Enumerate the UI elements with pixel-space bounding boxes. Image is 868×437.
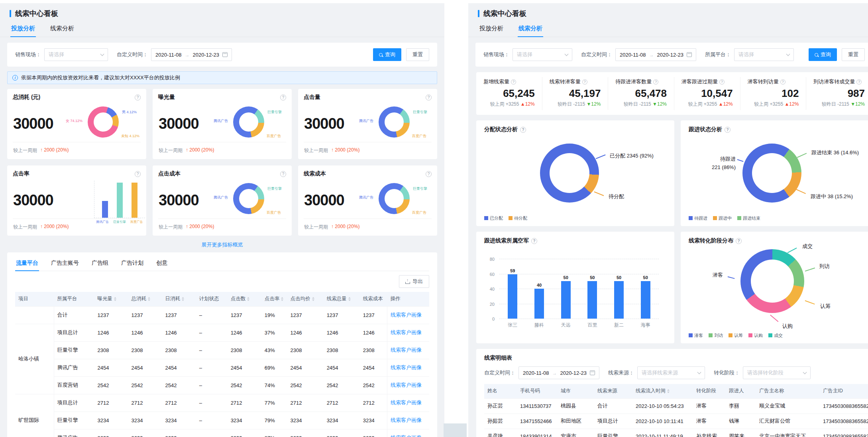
conversion-stage-card: 线索转化阶段分布 成交 到访 认筹 认购 潜客 潜客 到访 认筹 认购 成交 xyxy=(681,232,868,343)
lead-portrait-link[interactable]: 线索客户画像 xyxy=(391,364,422,370)
table-tab-traffic-platform[interactable]: 流量平台 xyxy=(15,256,39,271)
lead-portrait-link[interactable]: 线索客户画像 xyxy=(391,347,422,353)
lead-portrait-link[interactable]: 线索客户画像 xyxy=(391,417,422,423)
table-row: 旷世国际 项目总计271227122712–271277%27122712271… xyxy=(15,394,429,411)
question-circle-icon[interactable] xyxy=(582,79,587,85)
lead-portrait-link[interactable]: 线索客户画像 xyxy=(391,400,422,406)
bar-chart: 80 60 40 20 0 59 40 50 50 50 50 xyxy=(499,259,659,319)
question-circle-icon[interactable] xyxy=(280,171,286,177)
reset-button[interactable]: 重置 xyxy=(842,48,865,61)
query-button[interactable]: 查询 xyxy=(809,48,837,61)
question-circle-icon[interactable] xyxy=(511,79,516,85)
col-advertiser-name: 广告主名称 xyxy=(756,384,820,398)
table-tab-ad-plan[interactable]: 广告计划 xyxy=(120,256,144,271)
question-circle-icon[interactable] xyxy=(736,238,742,244)
legend-swatch xyxy=(768,333,772,337)
group-cell: 旷世国际 xyxy=(15,394,54,437)
platform-select[interactable]: 请选择 xyxy=(734,48,794,61)
metric-title: 总消耗 (元) xyxy=(13,94,40,101)
stat-prospect-to-visit: 潜客转到访量 102 较上周 +3255 ▲12% xyxy=(740,77,806,110)
col-lead-total: 线索总量 xyxy=(324,292,360,306)
group-cell-empty xyxy=(15,306,54,324)
stat-change-pct: ▼12% xyxy=(652,101,667,107)
platform-select-placeholder: 请选择 xyxy=(738,51,754,58)
question-circle-icon[interactable] xyxy=(135,94,141,100)
question-circle-icon[interactable] xyxy=(719,79,725,85)
sort-icon[interactable] xyxy=(312,297,314,301)
col-plan-status: 计划状态 xyxy=(196,292,228,306)
question-circle-icon[interactable] xyxy=(135,171,141,177)
question-circle-icon[interactable] xyxy=(531,238,537,244)
sort-icon[interactable] xyxy=(348,297,351,301)
reset-button[interactable]: 重置 xyxy=(406,48,429,61)
table-row: 腾讯广告245424542454–245469%245424542454 线索客… xyxy=(15,359,429,376)
metric-card-clicks: 点击量 30000 腾讯广告 巨量引擎 百度广告 较上一周期↑ 2000 (20… xyxy=(298,89,437,159)
question-circle-icon[interactable] xyxy=(780,79,786,85)
donut-label-deal: 成交 xyxy=(802,243,813,250)
scene-filter-label: 销售现场： xyxy=(483,51,509,58)
chart-legend: 潜客 到访 认筹 认购 成交 xyxy=(689,333,783,339)
sort-icon[interactable] xyxy=(114,297,116,301)
divider xyxy=(13,142,141,142)
sort-icon[interactable] xyxy=(182,297,184,301)
table-row: 巨量引擎323432343234–323479%323432343234 线索客… xyxy=(15,411,429,429)
table-tab-ad-group[interactable]: 广告组 xyxy=(91,256,109,271)
tab-lead-analysis[interactable]: 线索分析 xyxy=(49,22,75,37)
stat-overdue-followup: 潜客跟进过期量 10,547 较上周 +3255 ▲12% xyxy=(674,77,740,110)
legend-swatch xyxy=(689,216,693,220)
chevron-down-icon xyxy=(697,370,701,374)
chevron-down-icon xyxy=(100,52,104,56)
chart-legend: 待跟进 跟进中 跟进结束 xyxy=(689,215,760,221)
followup-donut-chart xyxy=(742,144,801,203)
donut-label-finished: 跟进结束 36 (14.6%) xyxy=(811,149,859,156)
lead-portrait-link[interactable]: 线索客户画像 xyxy=(391,382,422,388)
query-button[interactable]: 查询 xyxy=(373,48,401,61)
question-circle-icon[interactable] xyxy=(520,127,526,133)
question-circle-icon[interactable] xyxy=(653,79,658,85)
lead-source-select[interactable]: 请选择线索来源 xyxy=(637,366,705,379)
scene-select[interactable]: 请选择 xyxy=(44,48,108,61)
calendar-icon xyxy=(687,52,692,57)
lead-portrait-link[interactable]: 线索客户画像 xyxy=(391,435,422,437)
divider xyxy=(13,218,141,219)
sort-icon[interactable] xyxy=(148,297,150,301)
page-title: 线索中心看板 xyxy=(15,9,58,18)
lead-portrait-link[interactable]: 线索客户画像 xyxy=(391,329,422,335)
lead-portrait-link[interactable]: 线索客户画像 xyxy=(391,312,422,318)
date-range-picker[interactable]: 2020-11-08 2020-12-23 xyxy=(615,48,696,61)
donut-label-female: 女 74.12% xyxy=(66,118,82,124)
tab-delivery-analysis[interactable]: 投放分析 xyxy=(10,22,36,37)
table-tab-creative[interactable]: 创意 xyxy=(155,256,168,271)
date-range-picker[interactable]: 2020-11-08 2020-12-23 xyxy=(518,366,599,379)
question-circle-icon[interactable] xyxy=(725,127,731,133)
filter-buttons: 查询 重置 xyxy=(809,48,865,61)
question-circle-icon[interactable] xyxy=(280,94,286,100)
sort-icon[interactable] xyxy=(247,297,249,301)
tab-lead-analysis[interactable]: 线索分析 xyxy=(518,22,543,37)
export-button[interactable]: 导出 xyxy=(399,275,429,288)
donut-label-baidu: 百度广告 xyxy=(267,210,281,215)
donut-label-prospect: 潜客 xyxy=(713,272,723,279)
col-name: 姓名 xyxy=(484,384,517,398)
tab-delivery-analysis[interactable]: 投放分析 xyxy=(479,22,504,37)
table-tab-advertiser-account[interactable]: 广告主账号 xyxy=(50,256,80,271)
scene-select[interactable]: 请选择 xyxy=(513,48,572,61)
question-circle-icon[interactable] xyxy=(856,79,862,85)
stat-value: 10,547 xyxy=(681,87,733,100)
label-connector xyxy=(728,276,735,279)
stat-value: 102 xyxy=(748,87,799,100)
divider xyxy=(304,218,432,219)
question-circle-icon[interactable] xyxy=(426,171,432,177)
donut-label-tencent: 腾讯广告 xyxy=(359,118,373,124)
conversion-stage-select[interactable]: 请选择转化阶段 xyxy=(743,366,811,379)
followup-status-card: 跟进状态分析 待跟进 221 (86%) 跟进结束 36 (14.6%) 跟进中… xyxy=(681,120,868,226)
donut-label-unknown: 未知 4.12% xyxy=(121,134,139,139)
expand-more-link[interactable]: 展开更多指标概览 xyxy=(0,241,444,248)
question-circle-icon[interactable] xyxy=(426,94,432,100)
chart-title: 跟进状态分析 xyxy=(689,126,722,133)
sort-icon[interactable] xyxy=(281,297,283,301)
table-row: 合计123712371237–123719%123712371237 线索客户画… xyxy=(15,306,429,324)
sort-icon[interactable] xyxy=(667,389,670,393)
metric-card-total-cost: 总消耗 (元) 30000 女 74.12% 男 4.12% 未知 4.12% … xyxy=(7,89,146,159)
date-range-picker[interactable]: 2020-11-08 2020-12-23 xyxy=(151,48,232,61)
